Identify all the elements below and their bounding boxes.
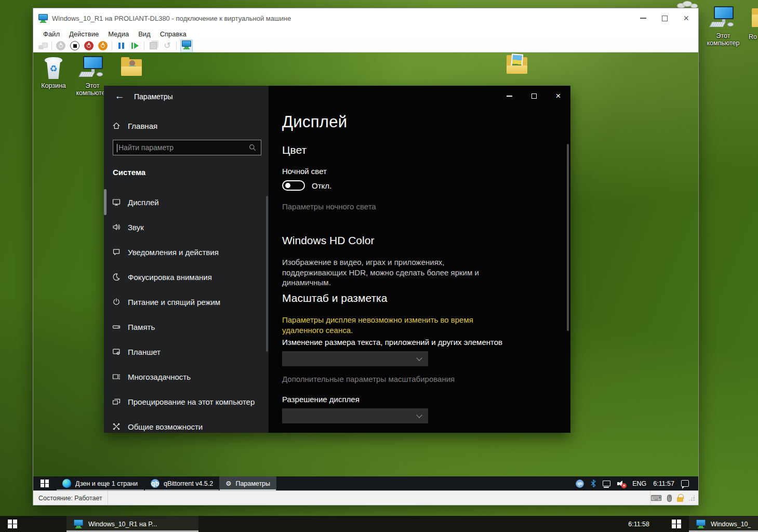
vm-monitor-icon xyxy=(696,520,706,528)
task-label: qBittorrent v4.5.2 xyxy=(164,480,213,487)
vm-desktop-icon-pictures-folder[interactable] xyxy=(500,53,534,79)
toolbar-separator xyxy=(51,41,52,50)
resolution-dropdown[interactable] xyxy=(282,408,428,423)
windows-logo-icon xyxy=(41,480,49,488)
host-desktop-icon-folder[interactable]: Ro xyxy=(747,6,758,41)
sidebar-item-label: Многозадачность xyxy=(128,373,191,381)
taskbar-task-edge[interactable]: Дзен и еще 1 страни... xyxy=(56,476,144,490)
sidebar-item-power[interactable]: Питание и спящий режим xyxy=(104,289,269,314)
close-icon[interactable]: × xyxy=(683,15,689,22)
settings-minimize-button[interactable] xyxy=(497,86,522,107)
menu-help[interactable]: Справка xyxy=(155,29,191,39)
vm-desktop-icon-user-folder[interactable] xyxy=(115,55,148,81)
sidebar-item-multitasking[interactable]: Многозадачность xyxy=(104,364,269,389)
remote-session-warning: Параметры дисплея невозможно изменить во… xyxy=(282,315,509,335)
language-indicator[interactable]: ENG xyxy=(632,480,646,487)
shared-experiences-icon xyxy=(112,422,121,431)
host-start-button[interactable] xyxy=(0,516,25,532)
sidebar-item-notifications[interactable]: Уведомления и действия xyxy=(104,240,269,264)
bluetooth-icon[interactable] xyxy=(591,480,596,487)
sidebar-item-sound[interactable]: Звук xyxy=(104,215,269,240)
revert-icon[interactable]: ↺ xyxy=(162,41,172,51)
maximize-icon xyxy=(531,94,537,99)
this-pc-icon xyxy=(710,5,737,31)
menu-action[interactable]: Действие xyxy=(64,29,103,39)
task-label: Дзен и еще 1 страни... xyxy=(75,480,138,487)
enhanced-session-icon[interactable] xyxy=(180,39,193,52)
turn-off-icon[interactable] xyxy=(84,41,94,51)
this-pc-icon xyxy=(79,55,106,81)
host-desktop-icon-this-pc[interactable]: Этот компьютер xyxy=(702,5,744,47)
settings-search xyxy=(113,140,261,155)
volume-muted-icon[interactable]: × xyxy=(617,480,626,487)
vm-desktop-icon-recycle-bin[interactable]: ♻ Корзина xyxy=(37,55,70,89)
start-vm-icon[interactable] xyxy=(56,41,66,51)
vmconnect-titlebar: Windows_10_R1 на PROLIANT-DL380 - подклю… xyxy=(33,8,698,28)
gear-icon: ⚙ xyxy=(225,480,231,487)
search-icon[interactable] xyxy=(248,143,257,152)
main-scrollbar[interactable] xyxy=(567,144,569,331)
menu-media[interactable]: Медиа xyxy=(103,29,134,39)
host-clock[interactable]: 6:11:58 xyxy=(628,516,649,532)
host-task-vmconnect-secondary[interactable]: Windows_10_R1 на P. xyxy=(689,516,758,532)
settings-window: ← Параметры Главная Система xyxy=(104,86,570,433)
settings-window-title: Параметры xyxy=(134,92,173,101)
network-icon[interactable] xyxy=(603,481,610,486)
sidebar-item-focus[interactable]: Фокусировка внимания xyxy=(104,264,269,289)
qbittorrent-icon: qb xyxy=(151,479,159,488)
advanced-scaling-link[interactable]: Дополнительные параметры масштабирования xyxy=(282,375,455,383)
chevron-down-icon xyxy=(416,412,422,418)
windows-logo-icon xyxy=(8,520,17,529)
host-task-vmconnect[interactable]: Windows_10_R1 на P... xyxy=(67,516,198,532)
focus-moon-icon xyxy=(112,273,121,281)
sidebar-item-label: Главная xyxy=(128,122,157,130)
action-center-icon[interactable] xyxy=(681,480,689,487)
host-start-button-secondary[interactable] xyxy=(664,516,689,532)
page-title: Дисплей xyxy=(282,113,347,131)
vmconnect-toolbar: ↺ xyxy=(33,39,698,52)
maximize-icon[interactable] xyxy=(662,16,668,21)
menu-file[interactable]: Файл xyxy=(38,29,64,39)
sidebar-item-shared[interactable]: Общие возможности xyxy=(104,414,269,433)
resolution-label: Разрешение дисплея xyxy=(282,395,360,404)
sidebar-item-tablet[interactable]: Планшет xyxy=(104,339,269,364)
sidebar-item-display[interactable]: Дисплей xyxy=(104,190,269,215)
ctrl-alt-del-icon[interactable] xyxy=(37,41,48,51)
sidebar-item-projecting[interactable]: Проецирование на этот компьютер xyxy=(104,389,269,414)
sidebar-scrollbar[interactable] xyxy=(266,196,268,352)
scale-dropdown[interactable] xyxy=(282,351,428,366)
taskbar-task-qbittorrent[interactable]: qb qBittorrent v4.5.2 xyxy=(144,476,219,490)
clock[interactable]: 6:11:57 xyxy=(653,480,674,487)
night-light-toggle[interactable] xyxy=(282,180,305,191)
stop-vm-icon[interactable] xyxy=(70,41,80,51)
checkpoint-icon[interactable] xyxy=(148,41,158,51)
back-icon[interactable]: ← xyxy=(110,89,129,103)
search-input[interactable] xyxy=(113,143,248,152)
sidebar-item-home[interactable]: Главная xyxy=(112,118,258,134)
scale-dropdown-label: Изменение размера текста, приложений и д… xyxy=(282,338,502,347)
qbittorrent-tray-icon[interactable]: qb xyxy=(576,480,584,488)
sidebar-left-scrollbar[interactable] xyxy=(104,189,107,215)
sidebar-item-storage[interactable]: Память xyxy=(104,314,269,339)
resize-grip[interactable] xyxy=(688,495,695,501)
settings-maximize-button[interactable] xyxy=(522,86,546,107)
text-caret xyxy=(117,144,117,152)
shutdown-icon[interactable] xyxy=(98,41,108,51)
night-light-settings-link[interactable]: Параметры ночного света xyxy=(282,202,376,211)
settings-close-button[interactable]: × xyxy=(546,86,570,107)
task-label: Windows_10_R1 на P... xyxy=(88,521,157,528)
windows-logo-icon xyxy=(672,520,681,529)
hdr-heading: Windows HD Color xyxy=(282,234,374,247)
vm-start-button[interactable] xyxy=(33,476,56,490)
pause-icon[interactable] xyxy=(116,41,126,51)
close-icon: × xyxy=(556,92,561,100)
vm-monitor-icon xyxy=(38,14,48,23)
resume-icon[interactable] xyxy=(130,41,140,51)
sidebar-item-label: Уведомления и действия xyxy=(128,248,219,257)
chevron-down-icon xyxy=(416,355,422,361)
sidebar-section-header: Система xyxy=(113,168,145,177)
taskbar-task-settings[interactable]: ⚙ Параметры xyxy=(219,476,276,490)
menu-view[interactable]: Вид xyxy=(134,29,155,39)
folder-icon xyxy=(749,6,758,32)
minimize-icon[interactable] xyxy=(640,18,646,19)
